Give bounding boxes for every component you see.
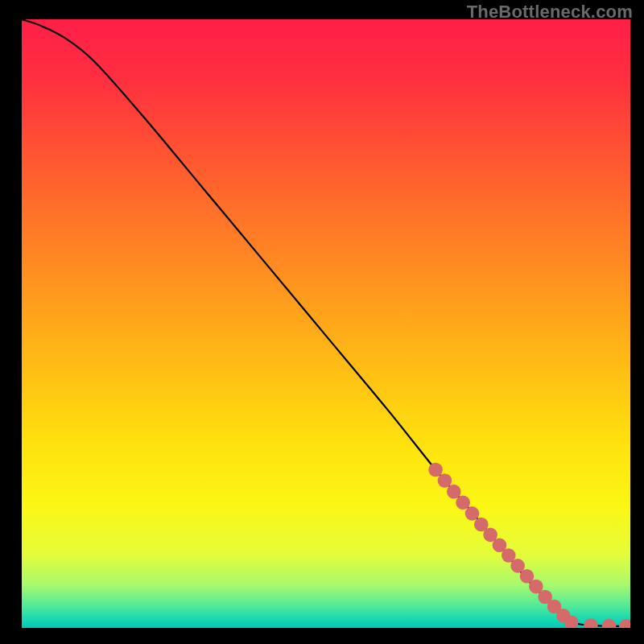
chart-svg xyxy=(22,19,630,628)
watermark-text: TheBottleneck.com xyxy=(467,2,633,23)
marker-dot xyxy=(428,463,443,477)
marker-dot xyxy=(447,485,461,499)
marker-dot xyxy=(465,506,480,521)
chart-stage: TheBottleneck.com xyxy=(0,0,644,644)
marker-dot xyxy=(438,473,452,488)
gradient-rect xyxy=(22,19,630,628)
marker-dot xyxy=(456,495,470,510)
chart-plot-area xyxy=(22,19,630,628)
